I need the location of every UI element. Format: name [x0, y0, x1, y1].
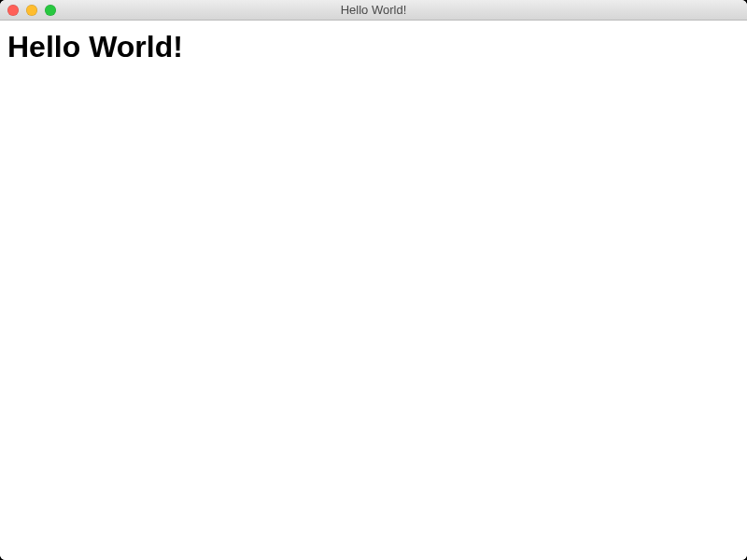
minimize-icon[interactable]	[26, 5, 37, 16]
page-heading: Hello World!	[7, 30, 740, 64]
content-area: Hello World!	[0, 21, 747, 560]
app-window: Hello World! Hello World!	[0, 0, 747, 560]
window-title: Hello World!	[0, 0, 747, 21]
window-controls	[0, 0, 56, 20]
close-icon[interactable]	[7, 5, 19, 16]
zoom-icon[interactable]	[45, 5, 56, 16]
titlebar[interactable]: Hello World!	[0, 0, 747, 21]
